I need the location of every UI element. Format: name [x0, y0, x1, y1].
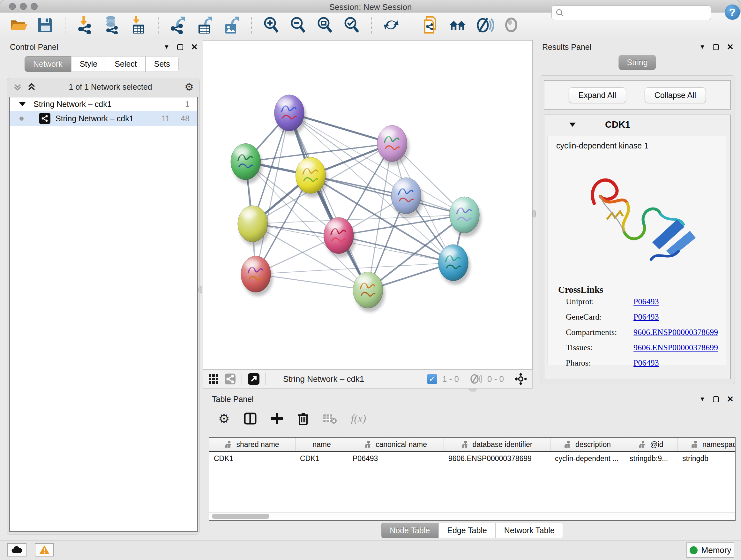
export-image-button[interactable]	[222, 16, 241, 34]
tab-edge-table[interactable]: Edge Table	[439, 523, 495, 538]
network-edge-RB1-CCNA2[interactable]	[339, 215, 464, 236]
network-node-RB1[interactable]	[450, 197, 482, 237]
show-glass-button[interactable]	[502, 16, 521, 34]
panel-menu-icon[interactable]: ▼	[699, 44, 705, 51]
table-cell[interactable]: cyclin-dependent ...	[550, 452, 625, 466]
network-node-CDK1[interactable]	[295, 157, 327, 197]
crosslink-link[interactable]: P06493	[633, 312, 659, 322]
float-panel-icon[interactable]	[177, 44, 183, 50]
cloud-button[interactable]	[7, 543, 26, 557]
open-session-button[interactable]	[9, 16, 28, 34]
crosslink-link[interactable]: 9606.ENSP00000378699	[633, 343, 718, 353]
zoom-selected-button[interactable]	[342, 16, 361, 34]
network-edge-CCNB2-CCNE1[interactable]	[289, 113, 368, 290]
network-node-CCNA1[interactable]	[377, 125, 409, 165]
network-node-CCNB1[interactable]	[238, 206, 270, 246]
network-node-CCNB2[interactable]	[274, 95, 307, 135]
network-collection-row[interactable]: String Network – cdk1 1	[10, 98, 197, 111]
table-cell[interactable]: stringdb	[678, 452, 736, 466]
show-columns-icon[interactable]	[244, 412, 257, 425]
zoom-in-button[interactable]	[262, 16, 280, 34]
network-row-selected[interactable]: String Network – cdk1 11 48	[10, 111, 197, 126]
column-header-canonical-name[interactable]: canonical name	[348, 438, 444, 451]
export-table-button[interactable]	[196, 16, 214, 34]
network-canvas[interactable]: CCNB2CCNA1CDC25BCDK1CDC6RB1CCNB1CCNA2CDK…	[203, 40, 533, 369]
network-node-CCNA2[interactable]	[324, 217, 355, 258]
crosslink-link[interactable]: P06493	[633, 358, 659, 368]
gene-expander-icon[interactable]	[569, 123, 576, 127]
network-node-CDC25B[interactable]	[231, 143, 263, 184]
delete-table-icon[interactable]	[323, 413, 337, 424]
function-builder-icon[interactable]: f(x)	[351, 413, 366, 425]
table-cell[interactable]: 9606.ENSP00000378699	[444, 452, 550, 466]
delete-column-icon[interactable]	[297, 412, 309, 425]
help-button[interactable]: ?	[725, 4, 740, 20]
import-network-database-button[interactable]	[103, 16, 121, 34]
save-session-button[interactable]	[36, 16, 55, 34]
warnings-button[interactable]	[35, 543, 54, 557]
table-horizontal-scrollbar[interactable]	[209, 512, 735, 520]
crosslink-link[interactable]: P06493	[633, 297, 659, 307]
tab-string[interactable]: String	[618, 55, 656, 70]
network-node-CDKN1A[interactable]	[439, 245, 470, 285]
search-input[interactable]	[564, 8, 704, 17]
close-panel-icon[interactable]: ✕	[191, 43, 198, 51]
horizontal-splitter-handle[interactable]	[469, 388, 476, 391]
table-cell[interactable]: P06493	[348, 452, 444, 466]
table-cell[interactable]: CDK1	[209, 452, 295, 466]
network-options-gear-icon[interactable]: ⚙	[185, 82, 194, 92]
selected-checkbox-icon[interactable]: ✓	[427, 374, 437, 384]
zoom-fit-button[interactable]	[316, 16, 334, 34]
column-header-namespace[interactable]: namespace	[678, 438, 736, 451]
clone-network-button[interactable]	[421, 16, 440, 34]
zoom-out-button[interactable]	[289, 16, 307, 34]
tab-network-table[interactable]: Network Table	[495, 523, 563, 538]
right-splitter-handle[interactable]	[532, 210, 536, 217]
close-panel-icon[interactable]: ✕	[727, 395, 734, 403]
string-view-icon[interactable]	[224, 373, 236, 385]
network-edge-CCNB2-HIST1H1A[interactable]	[256, 113, 289, 274]
expand-all-icon[interactable]	[27, 82, 37, 91]
import-table-button[interactable]	[129, 16, 148, 34]
network-node-CDC6[interactable]	[391, 178, 423, 218]
collection-expander-icon[interactable]	[19, 102, 26, 106]
hide-glass-button[interactable]	[475, 16, 494, 34]
table-cell[interactable]: stringdb:9...	[625, 452, 678, 466]
panel-menu-icon[interactable]: ▼	[699, 395, 705, 402]
open-in-new-window-icon[interactable]	[248, 373, 260, 385]
column-header-description[interactable]: description	[550, 438, 625, 451]
export-network-button[interactable]	[169, 16, 187, 34]
collapse-all-icon[interactable]	[13, 82, 22, 91]
tab-select[interactable]: Select	[106, 56, 145, 72]
import-network-file-button[interactable]	[76, 16, 94, 34]
panel-menu-icon[interactable]: ▼	[163, 44, 170, 51]
network-edge-CDK1-RB1[interactable]	[311, 175, 464, 215]
refresh-button[interactable]	[382, 16, 401, 34]
table-options-gear-icon[interactable]: ⚙	[218, 412, 230, 425]
column-header-name[interactable]: name	[295, 438, 348, 451]
fit-selected-crosshair-icon[interactable]	[515, 373, 527, 385]
collapse-all-button[interactable]: Collapse All	[645, 87, 706, 103]
network-node-CCNE1[interactable]	[353, 272, 385, 312]
table-cell[interactable]: CDK1	[295, 452, 348, 466]
crosslink-link[interactable]: 9606.ENSP00000378699	[633, 327, 718, 337]
home-networks-button[interactable]	[448, 16, 467, 34]
column-header-shared-name[interactable]: shared name	[209, 438, 295, 451]
float-panel-icon[interactable]	[713, 396, 719, 402]
birds-eye-grid-icon[interactable]	[208, 374, 219, 384]
float-panel-icon[interactable]	[713, 44, 719, 50]
tab-node-table[interactable]: Node Table	[381, 523, 439, 538]
table-row[interactable]: CDK1CDK1P064939606.ENSP00000378699cyclin…	[209, 452, 735, 466]
network-node-HIST1H1A[interactable]	[241, 256, 273, 296]
column-header-database-identifier[interactable]: database identifier	[444, 438, 550, 451]
tab-style[interactable]: Style	[71, 56, 106, 72]
column-header--id[interactable]: @id	[625, 438, 678, 451]
hidden-eye-slash-icon[interactable]	[469, 374, 482, 384]
expand-all-button[interactable]: Expand All	[569, 87, 626, 103]
tab-network[interactable]: Network	[24, 56, 71, 72]
memory-button[interactable]: Memory	[686, 543, 734, 558]
add-column-icon[interactable]	[271, 412, 283, 425]
left-splitter-handle[interactable]	[199, 287, 202, 294]
close-panel-icon[interactable]: ✕	[727, 43, 734, 51]
tab-sets[interactable]: Sets	[145, 56, 179, 72]
